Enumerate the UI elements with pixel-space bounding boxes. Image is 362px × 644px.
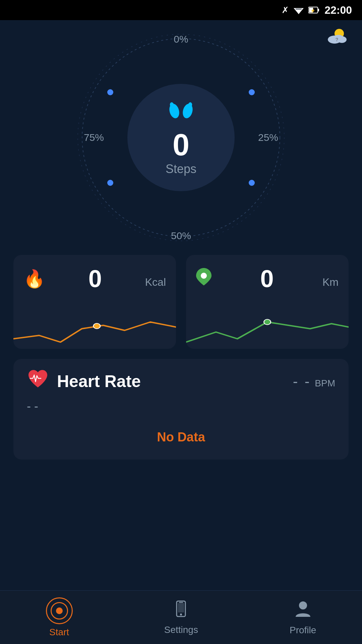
distance-unit: Km — [322, 276, 339, 292]
gauge-pct-top: 0% — [174, 34, 188, 45]
gauge-dot-br — [249, 180, 255, 186]
heart-rate-card[interactable]: Heart Rate - - BPM - - No Data — [13, 359, 349, 460]
gauge-pct-bottom: 50% — [171, 230, 191, 241]
start-inner-ring — [51, 602, 68, 620]
settings-label: Settings — [164, 625, 198, 635]
start-outer-ring — [46, 597, 73, 624]
svg-text:⚡: ⚡ — [310, 8, 315, 13]
distance-value: 0 — [218, 265, 316, 292]
svg-rect-22 — [178, 603, 184, 612]
heart-bpm-value: - - — [293, 373, 311, 390]
weather-icon[interactable]: ? — [325, 27, 349, 51]
nav-item-settings[interactable]: Settings — [164, 600, 198, 635]
heart-rate-title: Heart Rate — [57, 372, 141, 391]
svg-point-20 — [264, 319, 270, 325]
gauge-center: 0 Steps — [127, 84, 235, 191]
no-data-label: No Data — [27, 430, 335, 444]
svg-point-25 — [299, 601, 307, 609]
gauge-dot-tr — [249, 89, 255, 95]
profile-label: Profile — [290, 625, 316, 636]
gauge-pct-right: 25% — [258, 132, 278, 143]
main-content: ? 0% 25% 50% 75% — [0, 20, 362, 590]
svg-point-10 — [337, 36, 347, 43]
cards-row: 🔥 0 Kcal 0 Km — [13, 255, 349, 349]
gauge-container: 0% 25% 50% 75% 0 Steps — [74, 30, 288, 245]
flame-icon: 🔥 — [23, 269, 45, 289]
calorie-card[interactable]: 🔥 0 Kcal — [13, 255, 176, 349]
calorie-unit: Kcal — [145, 276, 166, 292]
svg-point-18 — [94, 323, 100, 329]
distance-card[interactable]: 0 Km — [186, 255, 349, 349]
settings-icon — [172, 600, 190, 622]
start-label: Start — [49, 627, 69, 638]
steps-value: 0 — [173, 130, 189, 160]
steps-icon — [166, 99, 196, 126]
svg-point-16 — [181, 103, 194, 119]
nav-item-profile[interactable]: Profile — [290, 599, 316, 636]
gauge-dot-bl — [107, 180, 113, 186]
bluetooth-icon: ✗ — [282, 5, 289, 15]
gauge-dot-tl — [107, 89, 113, 95]
bottom-nav: Start Settings Profile — [0, 590, 362, 644]
status-bar: ✗ ⚡ 22:00 — [0, 0, 362, 20]
location-icon — [196, 268, 212, 289]
distance-card-top: 0 Km — [196, 265, 339, 292]
svg-point-14 — [168, 103, 181, 119]
calorie-card-top: 🔥 0 Kcal — [23, 265, 166, 292]
steps-label: Steps — [166, 162, 196, 176]
battery-icon: ⚡ — [308, 6, 320, 14]
heart-dash-value: - - — [27, 399, 335, 413]
svg-point-23 — [180, 613, 182, 615]
status-time: 22:00 — [324, 4, 352, 16]
start-center-dot — [56, 607, 63, 614]
svg-rect-4 — [318, 9, 319, 11]
heart-rate-bpm: - - BPM — [293, 373, 335, 390]
start-icon-container — [46, 597, 73, 624]
calorie-value: 0 — [52, 265, 138, 292]
heart-rate-top: Heart Rate - - BPM — [27, 369, 335, 394]
heart-icon — [27, 369, 49, 394]
wifi-icon — [294, 6, 304, 14]
svg-text:?: ? — [336, 37, 338, 42]
heart-rate-left: Heart Rate — [27, 369, 141, 394]
gauge-pct-left: 75% — [84, 132, 104, 143]
nav-item-start[interactable]: Start — [46, 597, 73, 638]
svg-marker-2 — [295, 9, 302, 14]
distance-chart — [186, 305, 349, 349]
svg-point-19 — [201, 273, 207, 279]
calorie-chart — [13, 305, 176, 349]
status-icons: ✗ ⚡ 22:00 — [282, 4, 352, 16]
heart-bpm-unit: BPM — [315, 378, 335, 389]
profile-icon — [294, 599, 312, 622]
